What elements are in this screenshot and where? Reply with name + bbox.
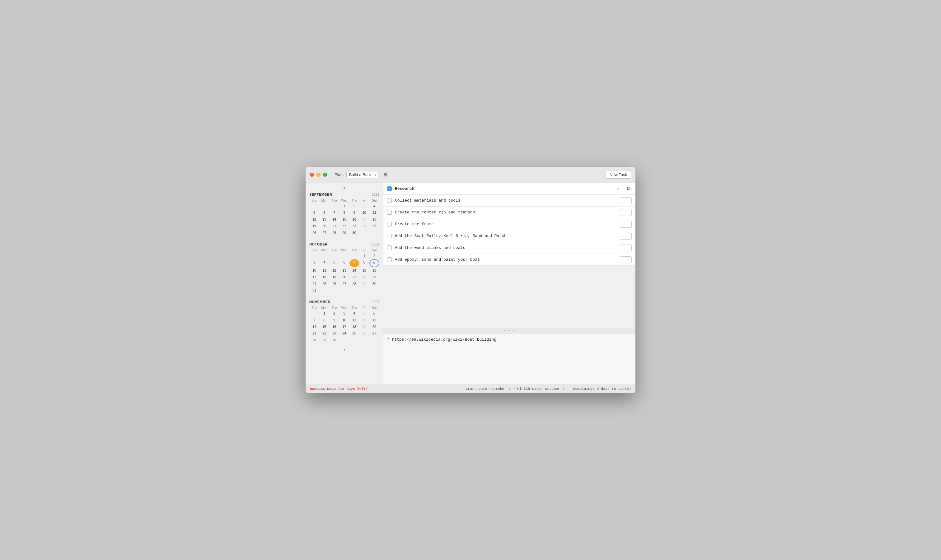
oct-15[interactable]: 15	[359, 267, 370, 274]
oct-2[interactable]: 2	[370, 252, 379, 259]
new-task-button[interactable]: New Task	[605, 171, 631, 178]
nov-8[interactable]: 8	[319, 317, 329, 323]
nov-27[interactable]: 27	[370, 330, 379, 337]
close-button[interactable]	[310, 173, 314, 177]
nov-3[interactable]: 3	[339, 310, 349, 317]
task-row-1[interactable]: Research ↗ 5h	[383, 183, 635, 195]
oct-23[interactable]: 23	[370, 274, 379, 280]
nov-29[interactable]: 29	[319, 337, 329, 343]
oct-24[interactable]: 24	[309, 281, 319, 287]
oct-18[interactable]: 18	[319, 274, 329, 280]
oct-20[interactable]: 20	[339, 274, 349, 280]
maximize-button[interactable]	[323, 173, 327, 177]
sep-13[interactable]: 13	[319, 216, 329, 223]
oct-14[interactable]: 14	[350, 267, 359, 274]
nov-15[interactable]: 15	[319, 323, 329, 330]
oct-6[interactable]: 6	[339, 259, 349, 267]
gear-button[interactable]: ⚙	[382, 171, 389, 178]
sep-15[interactable]: 15	[339, 216, 349, 223]
sep-17[interactable]: 17	[359, 216, 370, 223]
sep-25[interactable]: 25	[370, 223, 379, 229]
nov-10[interactable]: 10	[339, 317, 349, 323]
task-row-6[interactable]: Add the wood planks and seats	[383, 242, 635, 254]
oct-21[interactable]: 21	[350, 274, 359, 280]
oct-10[interactable]: 10	[309, 267, 319, 274]
task-checkbox-7[interactable]	[387, 257, 392, 262]
task-checkbox-4[interactable]	[387, 222, 392, 226]
oct-3[interactable]: 3	[309, 259, 319, 267]
sep-2[interactable]: 2	[350, 203, 359, 209]
task-time-input-3[interactable]	[620, 209, 632, 216]
nov-12[interactable]: 12	[359, 317, 370, 323]
task-row-3[interactable]: Create the center rib and transom	[383, 206, 635, 218]
task-time-input-4[interactable]	[620, 221, 632, 228]
oct-11[interactable]: 11	[319, 267, 329, 274]
sep-3[interactable]: 3	[359, 203, 370, 209]
nov-23[interactable]: 23	[329, 330, 339, 337]
sep-10[interactable]: 10	[359, 209, 370, 216]
nov-2[interactable]: 2	[329, 310, 339, 317]
sep-19[interactable]: 19	[309, 223, 319, 229]
task-checkbox-6[interactable]	[387, 245, 392, 250]
nov-30[interactable]: 30	[329, 337, 339, 343]
oct-12[interactable]: 12	[329, 267, 339, 274]
oct-7[interactable]: 7	[350, 259, 359, 267]
nov-16[interactable]: 16	[329, 323, 339, 330]
sep-21[interactable]: 21	[329, 223, 339, 229]
nov-13[interactable]: 13	[370, 317, 379, 323]
nov-28[interactable]: 28	[309, 337, 319, 343]
oct-27[interactable]: 27	[339, 281, 349, 287]
sep-30[interactable]: 30	[350, 229, 359, 236]
sep-29[interactable]: 29	[339, 229, 349, 236]
task-time-input-6[interactable]	[620, 245, 632, 251]
sep-24[interactable]: 24	[359, 223, 370, 229]
nov-21[interactable]: 21	[309, 330, 319, 337]
nov-22[interactable]: 22	[319, 330, 329, 337]
sep-14[interactable]: 14	[329, 216, 339, 223]
nov-9[interactable]: 9	[329, 317, 339, 323]
task-checkbox-1[interactable]	[387, 186, 392, 191]
scroll-up-arrow[interactable]: ▲	[306, 185, 383, 190]
task-time-input-5[interactable]	[620, 233, 632, 240]
oct-28[interactable]: 28	[350, 281, 359, 287]
oct-8[interactable]: 8	[359, 259, 370, 267]
oct-16[interactable]: 16	[370, 267, 379, 274]
nov-4[interactable]: 4	[350, 310, 359, 317]
oct-26[interactable]: 26	[329, 281, 339, 287]
sep-4[interactable]: 4	[370, 203, 379, 209]
nov-20[interactable]: 20	[370, 323, 379, 330]
oct-19[interactable]: 19	[329, 274, 339, 280]
scroll-down-arrow[interactable]: ▼	[306, 347, 383, 352]
nov-19[interactable]: 19	[359, 323, 370, 330]
nov-5[interactable]: 5	[359, 310, 370, 317]
task-time-input-7[interactable]	[620, 256, 632, 263]
oct-17[interactable]: 17	[309, 274, 319, 280]
nov-6[interactable]: 6	[370, 310, 379, 317]
oct-1[interactable]: 1	[359, 252, 370, 259]
nov-24[interactable]: 24	[339, 330, 349, 337]
task-checkbox-3[interactable]	[387, 210, 392, 215]
sep-27[interactable]: 27	[319, 229, 329, 236]
sep-26[interactable]: 26	[309, 229, 319, 236]
oct-29[interactable]: 29	[359, 281, 370, 287]
sep-1[interactable]: 1	[339, 203, 349, 209]
oct-30[interactable]: 30	[370, 281, 379, 287]
oct-9[interactable]: 9	[370, 259, 379, 267]
nov-14[interactable]: 14	[309, 323, 319, 330]
sep-23[interactable]: 23	[350, 223, 359, 229]
task-checkbox-5[interactable]	[387, 234, 392, 238]
oct-25[interactable]: 25	[319, 281, 329, 287]
sep-18[interactable]: 18	[370, 216, 379, 223]
sep-20[interactable]: 20	[319, 223, 329, 229]
oct-4[interactable]: 4	[319, 259, 329, 267]
sep-8[interactable]: 8	[339, 209, 349, 216]
nov-1[interactable]: 1	[319, 310, 329, 317]
task-checkbox-2[interactable]	[387, 198, 392, 203]
oct-31[interactable]: 31	[309, 287, 319, 294]
minimize-button[interactable]	[316, 173, 320, 177]
sep-22[interactable]: 22	[339, 223, 349, 229]
task-row-2[interactable]: Collect materials and tools	[383, 195, 635, 206]
sep-6[interactable]: 6	[319, 209, 329, 216]
nov-25[interactable]: 25	[350, 330, 359, 337]
sep-12[interactable]: 12	[309, 216, 319, 223]
